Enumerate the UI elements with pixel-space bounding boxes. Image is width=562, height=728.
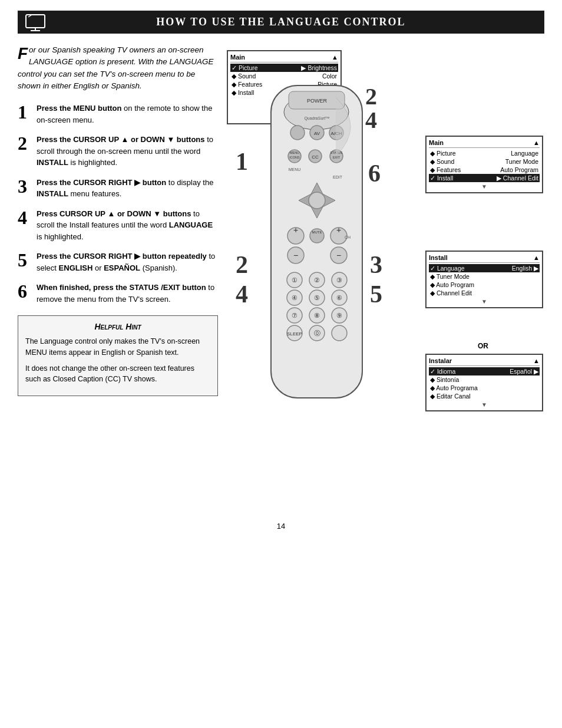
svg-text:②: ② bbox=[314, 276, 320, 284]
menu-main-right-title: Main▲ bbox=[429, 139, 540, 148]
menu-main-right-arrow: ▼ bbox=[429, 183, 540, 190]
svg-text:⓪: ⓪ bbox=[314, 330, 320, 337]
menu-instalar-arrow: ▼ bbox=[429, 401, 540, 408]
svg-text:CC: CC bbox=[312, 154, 319, 160]
menu-right-row-picture: ◆ PictureLanguage bbox=[429, 149, 540, 157]
svg-text:⑨: ⑨ bbox=[336, 312, 342, 319]
hint-title: Helpful Hint bbox=[25, 322, 210, 331]
menu-instalar-row-editarcanal: ◆ Editar Canal bbox=[429, 392, 540, 400]
svg-text:MENU: MENU bbox=[289, 167, 301, 172]
svg-text:QuadraSurf™: QuadraSurf™ bbox=[304, 116, 329, 121]
menu-install-arrow: ▼ bbox=[429, 298, 540, 305]
step-overlay-5-right: 5 bbox=[370, 280, 382, 308]
menu-row-sound: ◆ SoundColor bbox=[230, 72, 338, 80]
step-overlay-1-left: 1 bbox=[236, 147, 248, 176]
svg-text:ICONS: ICONS bbox=[289, 156, 300, 159]
step-3: 3 Press the CURSOR RIGHT ▶ button to dis… bbox=[18, 177, 218, 200]
step-2-text: Press the CURSOR UP ▲ or DOWN ▼ buttons … bbox=[37, 134, 218, 169]
svg-point-26 bbox=[309, 192, 325, 209]
step-6-number: 6 bbox=[18, 282, 31, 301]
svg-text:−: − bbox=[336, 251, 341, 260]
drop-cap: F bbox=[18, 47, 28, 61]
menu-right-row-sound: ◆ SoundTuner Mode bbox=[429, 157, 540, 166]
svg-text:⑦: ⑦ bbox=[292, 312, 297, 319]
step-1-number: 1 bbox=[18, 103, 31, 121]
hint-paragraph-1: The Language control only makes the TV's… bbox=[25, 336, 210, 358]
step-5-number: 5 bbox=[18, 251, 31, 269]
menu-install: Install▲ ✓ LanguageEnglish ▶ ◆ Tuner Mod… bbox=[425, 251, 543, 308]
svg-text:④: ④ bbox=[292, 294, 297, 301]
menu-install-row-autoprog: ◆ Auto Program bbox=[429, 281, 540, 289]
menu-install-row-language: ✓ LanguageEnglish ▶ bbox=[429, 264, 540, 272]
svg-text:EDIT: EDIT bbox=[333, 175, 343, 179]
svg-point-61 bbox=[332, 325, 347, 341]
step-overlay-2-bottom: 2 bbox=[236, 251, 248, 279]
menu-instalar-title: Instalar▲ bbox=[429, 357, 540, 366]
step-4: 4 Press CURSOR UP ▲ or DOWN ▼ buttons to… bbox=[18, 208, 218, 243]
menu-install-title: Install▲ bbox=[429, 254, 540, 263]
step-1: 1 Press the MENU button on the remote to… bbox=[18, 103, 218, 126]
menu-row-picture-highlighted: ✓ Picture▶ Brightness bbox=[230, 64, 338, 72]
or-label: OR bbox=[478, 342, 488, 350]
step-overlay-4-bottom: 4 bbox=[236, 280, 248, 308]
step-2-number: 2 bbox=[18, 134, 31, 153]
svg-text:⑧: ⑧ bbox=[314, 312, 320, 319]
menu-instalar-row-sintonia: ◆ Sintonía bbox=[429, 375, 540, 384]
step-5-text: Press the CURSOR RIGHT ▶ button repeated… bbox=[37, 251, 218, 274]
svg-text:⑤: ⑤ bbox=[314, 294, 320, 301]
svg-text:MENU: MENU bbox=[290, 151, 299, 154]
svg-text:MUTE: MUTE bbox=[312, 230, 322, 234]
step-6-text: When finished, press the STATUS /EXIT bu… bbox=[37, 282, 218, 305]
page-number: 14 bbox=[0, 522, 562, 542]
step-overlay-6-right: 6 bbox=[368, 159, 381, 187]
step-4-text: Press CURSOR UP ▲ or DOWN ▼ buttons to s… bbox=[37, 208, 218, 243]
intro-paragraph: F or our Spanish speaking TV owners an o… bbox=[18, 44, 218, 92]
menu-install-row-tuner: ◆ Tuner Mode bbox=[429, 272, 540, 281]
tv-icon bbox=[25, 14, 46, 31]
step-4-number: 4 bbox=[18, 208, 31, 227]
svg-text:SLEEP: SLEEP bbox=[287, 331, 302, 337]
step-overlay-3-right: 3 bbox=[370, 251, 382, 279]
step-2: 2 Press the CURSOR UP ▲ or DOWN ▼ button… bbox=[18, 134, 218, 169]
hint-paragraph-2: It does not change the other on-screen t… bbox=[25, 363, 210, 386]
svg-text:③: ③ bbox=[336, 276, 342, 284]
svg-text:POWER: POWER bbox=[307, 98, 328, 104]
step-1-text: Press the MENU button on the remote to s… bbox=[37, 103, 218, 126]
intro-text: or our Spanish speaking TV owners an on-… bbox=[18, 45, 214, 90]
step-3-text: Press the CURSOR RIGHT ▶ button to displ… bbox=[37, 177, 218, 200]
menu-right-row-features: ◆ FeaturesAuto Program bbox=[429, 166, 540, 174]
steps-list: 1 Press the MENU button on the remote to… bbox=[18, 103, 218, 305]
header-icon bbox=[22, 12, 48, 33]
svg-text:CH: CH bbox=[345, 235, 351, 239]
helpful-hint-box: Helpful Hint The Language control only m… bbox=[18, 315, 218, 396]
menu-instalar-row-autoprog: ◆ Auto Programa bbox=[429, 384, 540, 392]
decorative-arrow bbox=[330, 91, 377, 162]
svg-point-8 bbox=[290, 126, 305, 140]
svg-text:⑥: ⑥ bbox=[336, 294, 342, 301]
menu-main-top-title: Main▲ bbox=[230, 54, 338, 62]
page-title: How to Use the Language Control bbox=[156, 16, 405, 28]
menu-instalar: Instalar▲ ✓ IdiomaEspañol ▶ ◆ Sintonía ◆… bbox=[425, 354, 543, 411]
svg-text:①: ① bbox=[292, 276, 297, 284]
svg-text:AV: AV bbox=[314, 131, 320, 136]
menu-install-row-channeledit: ◆ Channel Edit bbox=[429, 289, 540, 297]
step-3-number: 3 bbox=[18, 177, 31, 196]
svg-text:+: + bbox=[293, 225, 298, 235]
svg-text:+: + bbox=[336, 225, 341, 235]
step-6: 6 When finished, press the STATUS /EXIT … bbox=[18, 282, 218, 305]
menu-main-right: Main▲ ◆ PictureLanguage ◆ SoundTuner Mod… bbox=[425, 136, 543, 193]
menu-instalar-row-idioma: ✓ IdiomaEspañol ▶ bbox=[429, 367, 540, 375]
menu-right-row-install-highlighted: ✓ Install▶ Channel Edit bbox=[429, 174, 540, 182]
step-5: 5 Press the CURSOR RIGHT ▶ button repeat… bbox=[18, 251, 218, 274]
svg-text:−: − bbox=[293, 251, 298, 260]
